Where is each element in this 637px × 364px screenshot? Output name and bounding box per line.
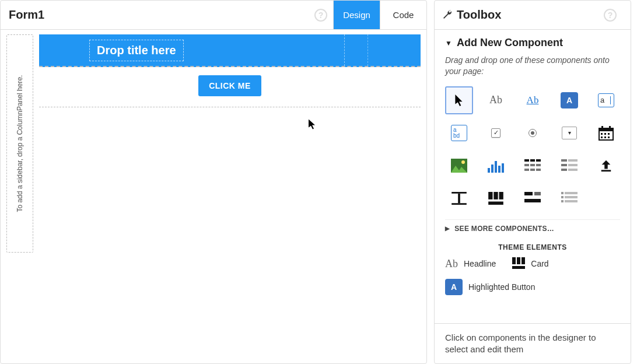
component-button[interactable]: A — [555, 86, 583, 114]
toolbox-panel: Toolbox ? ▼ Add New Component Drag and d… — [434, 0, 631, 364]
svg-rect-19 — [530, 159, 535, 162]
section-description: Drag and drop one of these components on… — [445, 55, 620, 77]
svg-rect-49 — [565, 200, 578, 202]
card-icon — [512, 257, 525, 271]
svg-rect-31 — [561, 169, 567, 171]
title-bar-divider — [368, 34, 368, 66]
svg-rect-40 — [488, 201, 503, 205]
sidebar-drop-label: To add a sidebar, drop a ColumnPanel her… — [16, 75, 24, 212]
svg-rect-39 — [499, 192, 503, 200]
svg-rect-52 — [522, 257, 525, 264]
svg-rect-21 — [524, 164, 529, 166]
highlighted-button-icon: A — [445, 279, 463, 295]
add-component-section-header[interactable]: ▼ Add New Component — [445, 37, 620, 49]
tab-code[interactable]: Code — [380, 1, 426, 29]
svg-rect-50 — [512, 257, 516, 264]
component-checkbox[interactable]: ✓ — [482, 119, 510, 147]
svg-rect-36 — [458, 194, 460, 204]
component-datepicker[interactable] — [592, 119, 620, 147]
component-datagrid[interactable] — [519, 152, 547, 180]
component-column-panel[interactable] — [482, 184, 510, 212]
svg-rect-28 — [568, 159, 578, 162]
svg-rect-22 — [530, 164, 535, 166]
designer-body: To add a sidebar, drop a ColumnPanel her… — [1, 30, 426, 363]
svg-rect-44 — [561, 192, 564, 194]
toolbox-title: Toolbox — [457, 8, 604, 22]
svg-rect-7 — [601, 136, 603, 138]
svg-point-12 — [461, 160, 465, 164]
svg-rect-35 — [452, 203, 467, 205]
svg-rect-51 — [517, 257, 520, 264]
component-label[interactable]: Ab — [482, 86, 510, 114]
svg-rect-53 — [512, 266, 525, 269]
svg-rect-42 — [534, 192, 541, 195]
add-component-label: Add New Component — [457, 37, 563, 49]
svg-rect-48 — [561, 200, 564, 202]
toolbox-footer-hint: Click on components in the designer to s… — [435, 323, 631, 364]
svg-rect-37 — [488, 192, 492, 200]
title-bar-drop-zone[interactable]: Drop title here — [39, 34, 421, 67]
caret-down-icon: ▼ — [445, 39, 452, 47]
theme-headline[interactable]: Ab Headline — [445, 258, 496, 270]
headline-icon: Ab — [445, 258, 458, 270]
svg-rect-5 — [604, 133, 606, 135]
svg-rect-30 — [568, 164, 578, 166]
component-empty-slot — [592, 184, 620, 212]
form-canvas[interactable]: Drop title here CLICK ME — [39, 34, 421, 358]
svg-rect-47 — [565, 196, 578, 198]
theme-highlighted-button[interactable]: A Highlighted Button — [445, 279, 535, 295]
component-link[interactable]: Ab — [519, 86, 547, 114]
svg-rect-33 — [601, 170, 611, 172]
click-me-button[interactable]: CLICK ME — [198, 75, 261, 96]
component-xy-panel[interactable] — [445, 184, 473, 212]
component-radio[interactable] — [519, 119, 547, 147]
svg-rect-38 — [494, 192, 498, 200]
designer-tabs: Design Code — [333, 1, 426, 29]
component-pointer[interactable] — [445, 86, 473, 114]
svg-rect-17 — [502, 163, 504, 173]
svg-rect-27 — [561, 159, 567, 162]
svg-rect-14 — [491, 164, 494, 173]
component-dropdown[interactable]: ▾ — [555, 119, 583, 147]
title-drop-label: Drop title here — [89, 40, 184, 61]
svg-rect-13 — [488, 168, 490, 173]
component-image[interactable] — [445, 152, 473, 180]
theme-card[interactable]: Card — [512, 257, 548, 271]
button-row: CLICK ME — [39, 67, 421, 107]
toolbox-body: ▼ Add New Component Drag and drop one of… — [435, 30, 631, 323]
component-grid: Ab Ab A a abd ✓ ▾ — [445, 86, 620, 212]
svg-rect-29 — [561, 164, 567, 166]
designer-panel: Form1 ? Design Code To add a sidebar, dr… — [0, 0, 427, 364]
component-rich-text[interactable] — [555, 184, 583, 212]
form-content-area[interactable]: CLICK ME — [39, 67, 421, 107]
svg-rect-2 — [601, 126, 603, 130]
component-textarea[interactable]: abd — [445, 119, 473, 147]
designer-header: Form1 ? Design Code — [1, 1, 426, 30]
cursor-icon — [308, 119, 317, 134]
svg-rect-34 — [452, 192, 467, 194]
theme-row-2: A Highlighted Button — [445, 279, 620, 295]
component-plot[interactable] — [482, 152, 510, 180]
component-textbox[interactable]: a — [592, 86, 620, 114]
svg-rect-41 — [524, 192, 533, 195]
help-icon[interactable]: ? — [314, 9, 327, 22]
form-title[interactable]: Form1 — [9, 8, 314, 22]
component-repeating-panel[interactable] — [555, 152, 583, 180]
sidebar-drop-zone[interactable]: To add a sidebar, drop a ColumnPanel her… — [6, 34, 33, 253]
see-more-components[interactable]: ▶ SEE MORE COMPONENTS… — [445, 219, 620, 237]
svg-rect-3 — [609, 126, 611, 130]
highlighted-button-label: Highlighted Button — [468, 282, 535, 292]
svg-rect-6 — [608, 133, 610, 135]
theme-elements-header: THEME ELEMENTS — [445, 243, 620, 251]
svg-rect-18 — [524, 159, 529, 162]
svg-rect-1 — [599, 128, 613, 131]
headline-label: Headline — [464, 259, 496, 268]
svg-rect-15 — [495, 161, 497, 173]
tab-design[interactable]: Design — [333, 1, 380, 29]
toolbox-help-icon[interactable]: ? — [604, 9, 617, 22]
svg-rect-20 — [536, 159, 541, 162]
component-flow-panel[interactable] — [519, 184, 547, 212]
component-file-upload[interactable] — [592, 152, 620, 180]
svg-rect-43 — [524, 199, 541, 202]
svg-rect-25 — [530, 169, 535, 171]
